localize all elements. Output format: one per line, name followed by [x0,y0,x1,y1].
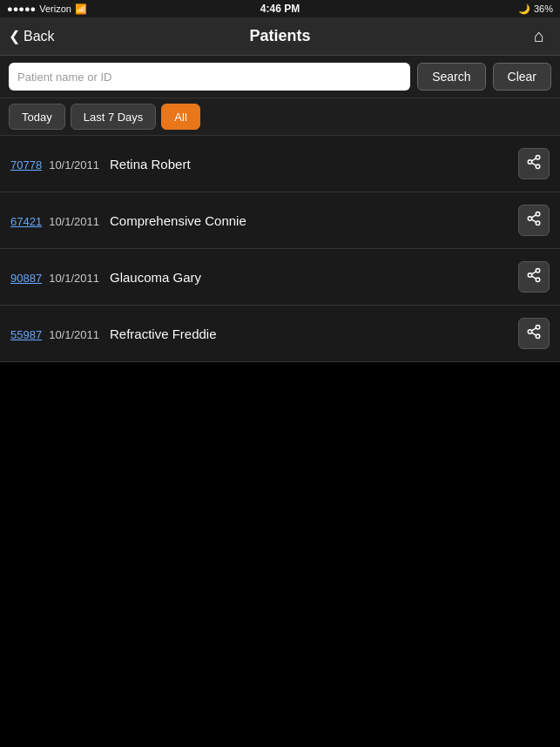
patient-date: 10/1/2011 [49,272,99,285]
patient-id: 55987 [10,328,42,341]
search-bar: Search Clear [0,56,560,98]
patient-info: 70778 10/1/2011 Retina Robert [10,157,191,172]
share-icon [526,324,542,343]
signal-dots: ●●●●● [7,3,36,14]
home-icon: ⌂ [534,26,544,46]
svg-line-13 [531,276,536,279]
search-input[interactable] [9,63,410,91]
patient-info: 55987 10/1/2011 Refractive Freddie [10,326,217,341]
patient-name: Retina Robert [110,157,191,172]
nav-bar: ❮ Back Patients ⌂ [0,17,560,56]
clear-button[interactable]: Clear [493,63,551,91]
wifi-icon: 📶 [75,3,87,15]
patient-row[interactable]: 70778 10/1/2011 Retina Robert [0,136,560,192]
moon-icon: 🌙 [518,3,530,15]
chevron-left-icon: ❮ [9,28,20,44]
svg-line-9 [531,215,536,218]
filter-last7days-button[interactable]: Last 7 Days [71,104,157,130]
home-button[interactable]: ⌂ [527,24,551,49]
filter-all-button[interactable]: All [161,104,199,130]
patient-id: 90887 [10,272,42,285]
patient-id: 70778 [10,158,42,172]
status-left: ●●●●● Verizon 📶 [7,3,87,15]
patient-date: 10/1/2011 [49,158,99,172]
patient-date: 10/1/2011 [49,215,99,228]
share-icon [526,154,542,173]
share-button[interactable] [518,318,550,349]
patient-info: 90887 10/1/2011 Glaucoma Gary [10,270,201,285]
share-button[interactable] [518,205,550,236]
svg-line-3 [531,163,536,165]
patient-list: 70778 10/1/2011 Retina Robert 67421 10/1… [0,136,560,362]
share-button[interactable] [518,261,550,293]
page-title: Patients [249,27,310,45]
patient-row[interactable]: 55987 10/1/2011 Refractive Freddie [0,306,560,362]
back-button[interactable]: ❮ Back [9,28,55,44]
svg-line-14 [531,272,536,274]
patient-name: Comprehensive Connie [110,213,246,228]
back-label: Back [24,29,55,44]
filter-bar: Today Last 7 Days All [0,98,560,136]
patient-row[interactable]: 67421 10/1/2011 Comprehensive Connie [0,192,560,249]
svg-line-19 [531,328,536,331]
svg-line-8 [531,219,536,222]
patient-row[interactable]: 90887 10/1/2011 Glaucoma Gary [0,249,560,306]
share-icon [526,211,542,230]
patient-id: 67421 [10,215,42,228]
status-right: 🌙 36% [518,3,553,15]
carrier-name: Verizon [39,3,71,14]
svg-line-18 [531,333,536,335]
patient-info: 67421 10/1/2011 Comprehensive Connie [10,213,246,228]
share-icon [526,267,542,286]
status-bar: ●●●●● Verizon 📶 4:46 PM 🌙 36% [0,0,560,17]
share-button[interactable] [518,148,550,179]
battery-percent: 36% [534,3,553,14]
search-button[interactable]: Search [417,63,485,91]
patient-name: Glaucoma Gary [110,270,201,285]
filter-today-button[interactable]: Today [9,104,65,130]
status-time: 4:46 PM [260,3,300,15]
patient-name: Refractive Freddie [110,326,217,341]
svg-line-4 [531,158,536,161]
patient-date: 10/1/2011 [49,328,99,341]
